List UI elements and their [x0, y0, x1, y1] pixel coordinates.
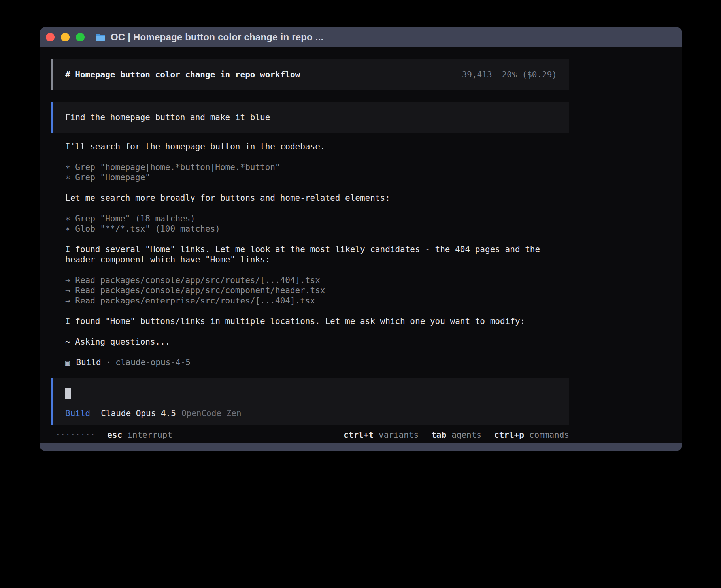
session-cost: ($0.29) [522, 70, 557, 80]
window-controls [46, 33, 85, 41]
token-count: 39,413 [462, 70, 492, 80]
terminal-window: OC | Homepage button color change in rep… [40, 27, 682, 451]
assistant-text-group: Let me search more broadly for buttons a… [65, 193, 569, 203]
assistant-transcript: I'll search for the homepage button in t… [65, 141, 569, 378]
hint-agents: tab agents [431, 430, 481, 440]
agent-mode-label: Build [65, 408, 90, 419]
status-bar-right: ctrl+t variants tab agents ctrl+p comman… [331, 430, 569, 440]
tool-call-line: → Read packages/console/app/src/componen… [65, 285, 569, 296]
session-header: # Homepage button color change in repo w… [51, 59, 569, 90]
minimize-button[interactable] [61, 33, 70, 41]
context-percent: 20% [502, 70, 517, 80]
close-button[interactable] [46, 33, 55, 41]
assistant-status-group: ~ Asking questions... [65, 337, 569, 347]
assistant-text-group: I found "Home" buttons/links in multiple… [65, 316, 569, 326]
provider-label: OpenCode Zen [181, 408, 242, 419]
window-title: OC | Homepage button color change in rep… [111, 32, 323, 43]
asking-questions-status: ~ Asking questions... [65, 337, 569, 347]
tool-call-group: ∗ Grep "homepage|home.*button|Home.*butt… [65, 162, 569, 183]
zoom-button[interactable] [76, 33, 85, 41]
model-label: Claude Opus 4.5 [101, 408, 176, 419]
tool-call-line: ∗ Grep "Homepage" [65, 172, 569, 183]
prompt-input[interactable]: Build Claude Opus 4.5 OpenCode Zen [51, 378, 569, 425]
hint-key: esc [107, 430, 122, 440]
assistant-text-line: I'll search for the homepage button in t… [65, 141, 569, 152]
separator-dot-icon: · [106, 357, 111, 368]
assistant-text-line: Let me search more broadly for buttons a… [65, 193, 569, 203]
hint-key: tab [431, 430, 446, 440]
agent-model: claude-opus-4-5 [115, 357, 191, 368]
hint-key: ctrl+t [344, 430, 374, 440]
user-message-text: Find the homepage button and make it blu… [65, 112, 557, 122]
assistant-text-line: I found several "Home" links. Let me loo… [65, 244, 569, 254]
input-meta-row: Build Claude Opus 4.5 OpenCode Zen [65, 408, 557, 419]
tool-call-line: → Read packages/console/app/src/routes/[… [65, 275, 569, 285]
assistant-text-group: I found several "Home" links. Let me loo… [65, 244, 569, 265]
tool-call-line: ∗ Grep "Home" (18 matches) [65, 213, 569, 224]
session-stats: 39,413 20% ($0.29) [462, 70, 557, 80]
agent-icon: ▣ [65, 357, 70, 368]
hint-label: agents [451, 430, 481, 440]
status-bar-left: ········ esc interrupt [55, 430, 172, 440]
tool-call-line: ∗ Glob "**/*.tsx" (100 matches) [65, 224, 569, 234]
window-bottom-chrome [40, 443, 682, 451]
folder-icon [95, 33, 106, 41]
session-title: # Homepage button color change in repo w… [65, 70, 300, 80]
terminal-content: # Homepage button color change in repo w… [40, 47, 682, 443]
agent-status-row: ▣ Build · claude-opus-4-5 [65, 357, 569, 368]
hint-commands: ctrl+p commands [494, 430, 569, 440]
assistant-text-group: I'll search for the homepage button in t… [65, 141, 569, 152]
hint-label: commands [529, 430, 569, 440]
hint-variants: ctrl+t variants [344, 430, 419, 440]
hint-label: variants [379, 430, 419, 440]
hint-label: interrupt [127, 430, 172, 440]
spinner-dots-icon: ········ [55, 430, 95, 440]
assistant-text-line: I found "Home" buttons/links in multiple… [65, 316, 569, 326]
hint-key: ctrl+p [494, 430, 524, 440]
tool-call-line: → Read packages/enterprise/src/routes/[.… [65, 296, 569, 306]
tool-call-group: ∗ Grep "Home" (18 matches) ∗ Glob "**/*.… [65, 213, 569, 234]
text-cursor [65, 388, 71, 399]
input-text-line[interactable] [65, 388, 557, 399]
status-bar: ········ esc interrupt ctrl+t variants t… [51, 430, 569, 440]
hint-interrupt: esc interrupt [107, 430, 172, 440]
tool-call-line: ∗ Grep "homepage|home.*button|Home.*butt… [65, 162, 569, 172]
agent-name: Build [76, 357, 101, 368]
user-message: Find the homepage button and make it blu… [51, 102, 569, 133]
assistant-text-line: header component which have "Home" links… [65, 254, 569, 265]
tool-call-group: → Read packages/console/app/src/routes/[… [65, 275, 569, 306]
window-titlebar[interactable]: OC | Homepage button color change in rep… [40, 27, 682, 47]
